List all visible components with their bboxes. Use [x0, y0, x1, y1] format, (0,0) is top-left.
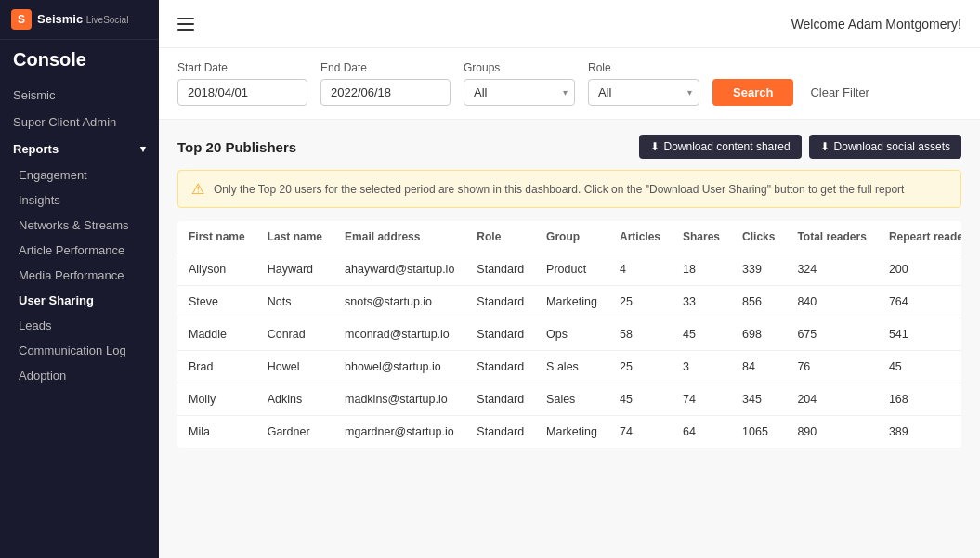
- cell-role: Standard: [465, 351, 535, 383]
- download-content-button[interactable]: ⬇ Download content shared: [639, 135, 802, 159]
- sidebar-item-networks-streams[interactable]: Networks & Streams: [0, 213, 159, 238]
- groups-select-wrapper: All ▾: [464, 79, 575, 106]
- sidebar-item-communication-log[interactable]: Communication Log: [0, 338, 159, 363]
- cell-email: mgardner@startup.io: [333, 416, 465, 448]
- logo-area: S Seismic LiveSocial: [0, 0, 159, 40]
- sidebar-item-media-performance[interactable]: Media Performance: [0, 263, 159, 288]
- col-group: Group: [535, 221, 608, 253]
- col-first-name: First name: [177, 221, 256, 253]
- download-social-icon: ⬇: [820, 140, 830, 153]
- content-top-row: Top 20 Publishers ⬇ Download content sha…: [177, 135, 961, 159]
- role-label: Role: [588, 61, 699, 74]
- download-social-label: Download social assets: [834, 140, 950, 153]
- search-button[interactable]: Search: [712, 79, 793, 106]
- clear-filter-button[interactable]: Clear Filter: [806, 79, 873, 106]
- chevron-down-icon: ▾: [140, 143, 146, 155]
- brand-name: Seismic LiveSocial: [37, 12, 128, 27]
- cell-articles: 25: [608, 351, 672, 383]
- table-row: MollyAdkinsmadkins@startup.ioStandardSal…: [177, 383, 961, 416]
- sidebar-seismic-label: Seismic: [13, 88, 56, 102]
- col-clicks: Clicks: [731, 221, 786, 253]
- col-email: Email address: [333, 221, 465, 253]
- table-body: AllysonHaywardahayward@startup.ioStandar…: [177, 253, 961, 448]
- cell-repeat-readers: 389: [878, 416, 961, 448]
- start-date-input[interactable]: [177, 79, 307, 106]
- col-last-name: Last name: [256, 221, 333, 253]
- cell-last-name: Adkins: [256, 383, 333, 416]
- cell-group: Marketing: [535, 416, 608, 448]
- hamburger-menu[interactable]: [177, 18, 194, 31]
- download-content-icon: ⬇: [650, 140, 660, 153]
- top-publishers-label: Top 20 Publishers: [177, 139, 296, 155]
- sidebar-item-reports[interactable]: Reports ▾: [0, 136, 159, 162]
- start-date-label: Start Date: [177, 61, 307, 74]
- cell-last-name: Gardner: [256, 416, 333, 448]
- cell-email: mconrad@startup.io: [333, 318, 465, 351]
- role-select[interactable]: All: [588, 79, 699, 106]
- start-date-group: Start Date: [177, 61, 307, 106]
- cell-repeat-readers: 168: [878, 383, 961, 416]
- role-group: Role All ▾: [588, 61, 699, 106]
- cell-total-readers: 76: [786, 351, 877, 383]
- download-content-label: Download content shared: [664, 140, 791, 153]
- table-row: MaddieConradmconrad@startup.ioStandardOp…: [177, 318, 961, 351]
- cell-total-readers: 840: [786, 286, 877, 318]
- end-date-input[interactable]: [320, 79, 451, 106]
- cell-email: bhowel@startup.io: [333, 351, 465, 383]
- content-area: Top 20 Publishers ⬇ Download content sha…: [159, 120, 980, 558]
- cell-articles: 4: [608, 253, 672, 286]
- cell-shares: 74: [672, 383, 731, 416]
- cell-last-name: Howel: [256, 351, 333, 383]
- cell-clicks: 856: [731, 286, 786, 318]
- sidebar-item-user-sharing[interactable]: User Sharing: [0, 288, 159, 313]
- table-row: SteveNotssnots@startup.ioStandardMarketi…: [177, 286, 961, 318]
- cell-shares: 3: [672, 351, 731, 383]
- cell-group: Ops: [535, 318, 608, 351]
- console-title: Console: [0, 40, 159, 78]
- publishers-table: First name Last name Email address Role …: [177, 221, 961, 448]
- col-role: Role: [465, 221, 535, 253]
- sidebar-reports-label: Reports: [13, 142, 59, 156]
- cell-shares: 45: [672, 318, 731, 351]
- cell-total-readers: 324: [786, 253, 877, 286]
- cell-clicks: 339: [731, 253, 786, 286]
- cell-group: S ales: [535, 351, 608, 383]
- groups-select[interactable]: All: [464, 79, 575, 106]
- end-date-label: End Date: [320, 61, 451, 74]
- cell-total-readers: 890: [786, 416, 877, 448]
- cell-shares: 18: [672, 253, 731, 286]
- cell-total-readers: 204: [786, 383, 877, 416]
- cell-role: Standard: [465, 286, 535, 318]
- role-select-wrapper: All ▾: [588, 79, 699, 106]
- sidebar-item-seismic[interactable]: Seismic: [0, 82, 159, 109]
- top-bar: Welcome Adam Montgomery!: [159, 0, 980, 48]
- data-table: First name Last name Email address Role …: [177, 221, 961, 448]
- cell-clicks: 84: [731, 351, 786, 383]
- warning-text: Only the Top 20 users for the selected p…: [214, 183, 904, 196]
- sidebar-item-engagement[interactable]: Engagement: [0, 162, 159, 188]
- sidebar-item-adoption[interactable]: Adoption: [0, 363, 159, 388]
- cell-last-name: Conrad: [256, 318, 333, 351]
- cell-shares: 33: [672, 286, 731, 318]
- cell-role: Standard: [465, 318, 535, 351]
- cell-shares: 64: [672, 416, 731, 448]
- cell-last-name: Hayward: [256, 253, 333, 286]
- cell-group: Sales: [535, 383, 608, 416]
- download-social-button[interactable]: ⬇ Download social assets: [809, 135, 961, 159]
- cell-clicks: 698: [731, 318, 786, 351]
- table-row: MilaGardnermgardner@startup.ioStandardMa…: [177, 416, 961, 448]
- sidebar-item-insights[interactable]: Insights: [0, 188, 159, 213]
- cell-clicks: 1065: [731, 416, 786, 448]
- cell-first-name: Allyson: [177, 253, 256, 286]
- warning-banner: ⚠ Only the Top 20 users for the selected…: [177, 170, 961, 208]
- sidebar-nav: Seismic Super Client Admin Reports ▾ Eng…: [0, 78, 159, 558]
- table-header-row: First name Last name Email address Role …: [177, 221, 961, 253]
- cell-group: Product: [535, 253, 608, 286]
- cell-repeat-readers: 541: [878, 318, 961, 351]
- sidebar-item-article-performance[interactable]: Article Performance: [0, 238, 159, 263]
- cell-articles: 58: [608, 318, 672, 351]
- download-buttons: ⬇ Download content shared ⬇ Download soc…: [639, 135, 962, 159]
- sidebar-item-leads[interactable]: Leads: [0, 313, 159, 338]
- sidebar-item-super-client-admin[interactable]: Super Client Admin: [0, 109, 159, 136]
- col-total-readers: Total readers: [786, 221, 877, 253]
